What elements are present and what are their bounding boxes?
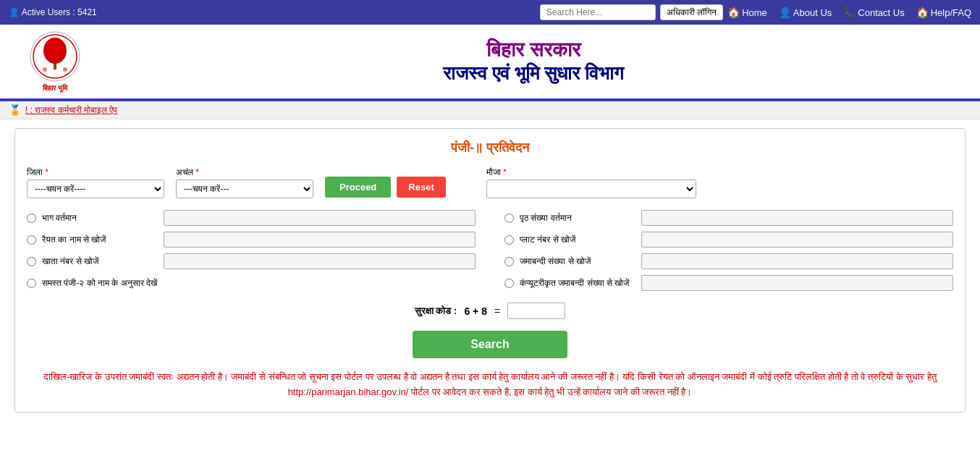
anchal-field-group: अचंल * ---चयन करें--- [176,167,313,198]
district-field-group: जिला * ----चयन करें---- [27,167,164,198]
option-row-5: पृठ संख्या वर्तमान [504,210,953,226]
logo-area: बिहार भूमि [12,30,98,93]
location-select-row: जिला * ----चयन करें---- अचंल * ---चयन कर… [27,167,953,198]
captcha-input[interactable] [507,303,565,319]
mauza-row [486,179,696,198]
input-jamabandi-sankhya[interactable] [641,253,953,269]
radio-bhag-vartaman[interactable] [27,213,36,223]
top-bar: 👤 Active Users : 5421 अधिकारी लॉगिन 🏠 Ho… [0,0,980,25]
equals-sign: = [494,305,500,317]
mauza-field-group: मौजा * [486,167,696,198]
mauza-select[interactable] [486,179,696,198]
form-title: पंजी-॥ प्रतिवेदन [27,140,953,156]
district-select[interactable]: ----चयन करें---- [27,179,164,198]
radio-raiyat-naam[interactable] [27,235,36,245]
security-row: सुरक्षा कोड : 6 + 8 = [27,303,953,319]
search-btn-row: Search [27,331,953,358]
phone-icon: 📞 [843,7,856,18]
label-plat-number: प्लाट नंबर से खोजें [520,234,635,245]
input-khata-number[interactable] [164,253,476,269]
top-nav: 🏠 Home 👤 About Us 📞 Contact Us 🏠 Help/FA… [727,7,971,18]
action-buttons: Proceed Reset [325,177,446,198]
marquee-text: ! : राजस्व कर्मचारी मोबाइल ऐप [25,105,117,115]
info-paragraph: दाखिल-खारिज के उपरांत जमाबंदी स्वतः अद्य… [27,370,953,400]
marquee-bar: 🏅 ! : राजस्व कर्मचारी मोबाइल ऐप [0,101,980,119]
proceed-button[interactable]: Proceed [325,177,391,198]
svg-point-6 [63,67,67,72]
mauza-label: मौजा * [486,167,696,177]
anchal-select[interactable]: ---चयन करें--- [176,179,313,198]
input-computer-jamabandi[interactable] [641,275,953,291]
top-bar-right: अधिकारी लॉगिन 🏠 Home 👤 About Us 📞 Contac… [540,4,971,20]
district-label: जिला * [27,167,164,177]
nav-about-us[interactable]: 👤 About Us [779,7,832,18]
user-icon: 👤 [9,7,20,17]
reset-button[interactable]: Reset [397,177,445,198]
option-row-2: रैयत का नाम से खोजें [27,232,476,248]
label-jamabandi-sankhya: जमाबन्दी संख्या से खोजें [520,256,635,266]
logo-text: बिहार भूमि [43,84,67,93]
active-users: 👤 Active Users : 5421 [9,7,97,17]
home-icon: 🏠 [727,7,740,18]
option-row-4: समस्त पंजी-२ को नाम के अनुसार देखें [27,275,476,291]
option-row-8: कंप्यूटरीकृत जमाबन्दी संख्या से खोजें [504,275,953,291]
label-prishtha-sankhya: पृठ संख्या वर्तमान [520,213,635,223]
radio-plat-number[interactable] [504,235,514,245]
main-content: पंजी-॥ प्रतिवेदन जिला * ----चयन करें----… [0,119,980,421]
radio-prishtha-sankhya[interactable] [504,213,514,223]
option-row-1: भाग वर्तमान [27,210,476,226]
header: बिहार भूमि बिहार सरकार राजस्व एवं भूमि स… [0,25,980,100]
svg-point-5 [43,67,47,72]
form-card: पंजी-॥ प्रतिवेदन जिला * ----चयन करें----… [14,128,966,413]
nav-contact-us[interactable]: 📞 Contact Us [843,7,904,18]
logo-image [29,30,81,83]
label-computer-jamabandi: कंप्यूटरीकृत जमाबन्दी संख्या से खोजें [520,278,635,288]
option-row-6: प्लाट नंबर से खोजें [504,232,953,248]
search-options-grid: भाग वर्तमान पृठ संख्या वर्तमान रैयत का न… [27,210,953,291]
input-raiyat-naam[interactable] [164,232,476,248]
captcha-text: 6 + 8 [464,305,487,317]
about-icon: 👤 [779,7,791,18]
option-row-7: जमाबन्दी संख्या से खोजें [504,253,953,269]
radio-samast-pnji[interactable] [27,279,36,288]
search-input-top[interactable] [540,4,656,20]
info-text: दाखिल-खारिज के उपरांत जमाबंदी स्वतः अद्य… [27,370,953,400]
label-samast-pnji: समस्त पंजी-२ को नाम के अनुसार देखें [42,278,158,288]
security-label: सुरक्षा कोड : [415,305,457,317]
radio-khata-number[interactable] [27,257,36,266]
district-required: * [45,167,48,177]
radio-jamabandi-sankhya[interactable] [504,257,514,266]
mauza-required: * [503,167,507,177]
header-title: बिहार सरकार राजस्व एवं भूमि सुधार विभाग [98,38,968,85]
officer-login-button[interactable]: अधिकारी लॉगिन [660,4,723,20]
option-row-3: खाता नंबर से खोजें [27,253,476,269]
radio-computer-jamabandi[interactable] [504,279,514,288]
anchal-required: * [195,167,199,177]
help-icon: 🏠 [916,7,929,18]
site-title-main: बिहार सरकार [98,38,968,62]
label-bhag-vartaman: भाग वर्तमान [42,213,158,223]
label-raiyat-naam: रैयत का नाम से खोजें [42,234,158,245]
marquee-icon: 🏅 [9,104,21,116]
nav-help-faq[interactable]: 🏠 Help/FAQ [916,7,971,18]
search-button[interactable]: Search [413,331,567,358]
site-title-sub: राजस्व एवं भूमि सुधार विभाग [98,62,968,85]
nav-home[interactable]: 🏠 Home [727,7,767,18]
label-khata-number: खाता नंबर से खोजें [42,256,158,266]
input-bhag-vartaman[interactable] [164,210,476,226]
input-plat-number[interactable] [641,232,953,248]
svg-point-4 [46,38,64,58]
input-prishtha-sankhya[interactable] [641,210,953,226]
anchal-label: अचंल * [176,167,313,177]
